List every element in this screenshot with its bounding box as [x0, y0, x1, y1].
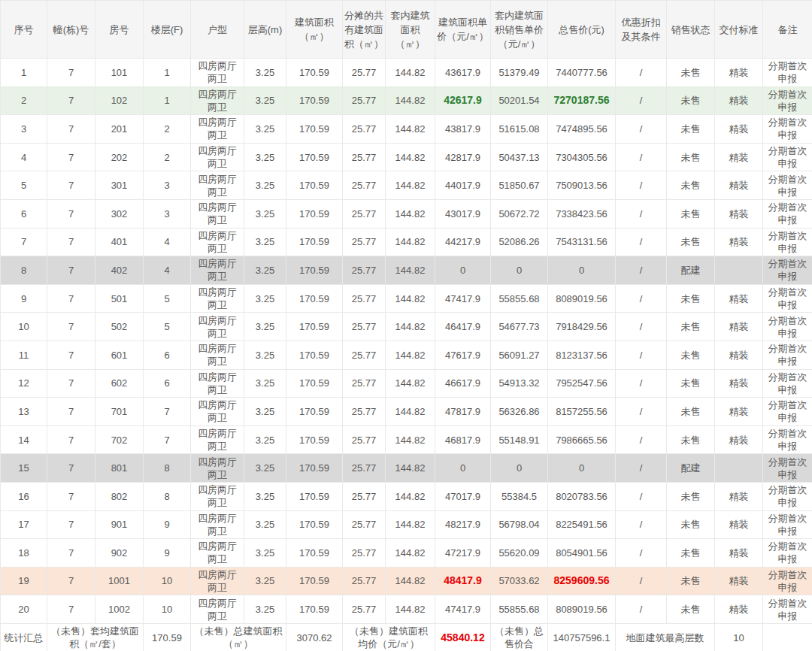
- cell-sale-status: 配建: [667, 454, 715, 483]
- cell-shared-area: 25.77: [343, 595, 386, 624]
- table-row[interactable]: 1879029四房两厅两卫3.25170.5925.77144.8247217.…: [1, 539, 812, 568]
- table-row[interactable]: 171011四房两厅两卫3.25170.5925.77144.8243617.9…: [1, 59, 812, 87]
- col-header-room: 房号: [95, 1, 144, 59]
- cell-story-height: 3.25: [244, 284, 286, 313]
- cell-delivery: 精装: [715, 482, 763, 510]
- cell-gross-area: 170.59: [286, 143, 343, 171]
- cell-unit-price: 46617.9: [435, 369, 491, 398]
- cell-room: 501: [95, 284, 144, 313]
- cell-unit-type: 四房两厅两卫: [191, 313, 244, 341]
- cell-total-price: 7918429.56: [548, 313, 616, 341]
- cell-story-height: 3.25: [244, 567, 286, 595]
- cell-delivery: 精装: [715, 595, 763, 624]
- summary-cell: （未售）套均建筑面积（㎡/套）: [47, 623, 144, 651]
- cell-seq: 13: [1, 398, 47, 426]
- table-row[interactable]: 1779019四房两厅两卫3.25170.5925.77144.8248217.…: [1, 510, 812, 539]
- cell-inner-price: 55855.68: [491, 284, 548, 313]
- cell-unit-type: 四房两厅两卫: [191, 115, 244, 144]
- cell-floor: 1: [144, 59, 191, 87]
- cell-room: 802: [95, 482, 144, 510]
- cell-discount: /: [616, 539, 667, 568]
- cell-discount: /: [616, 256, 667, 285]
- col-header-remark: 备注: [763, 1, 812, 59]
- cell-gross-area: 170.59: [286, 199, 343, 228]
- summary-cell: 10: [715, 623, 763, 651]
- cell-gross-area: 170.59: [286, 398, 343, 426]
- cell-sale-status: 未售: [667, 341, 715, 369]
- cell-unit-price: 47817.9: [435, 398, 491, 426]
- cell-room: 201: [95, 115, 144, 144]
- cell-seq: 5: [1, 171, 47, 200]
- cell-floor: 10: [144, 595, 191, 624]
- cell-floor: 9: [144, 510, 191, 539]
- cell-inner-price: 55620.09: [491, 539, 548, 568]
- cell-room: 702: [95, 425, 144, 454]
- cell-unit-price: 46417.9: [435, 313, 491, 341]
- table-row[interactable]: 197100110四房两厅两卫3.25170.5925.77144.824841…: [1, 567, 812, 595]
- cell-inner-area: 144.82: [386, 595, 435, 624]
- cell-discount: /: [616, 425, 667, 454]
- table-row[interactable]: 1075025四房两厅两卫3.25170.5925.77144.8246417.…: [1, 313, 812, 341]
- cell-room: 102: [95, 86, 144, 115]
- cell-discount: /: [616, 567, 667, 595]
- cell-remark: 分期首次申报: [763, 398, 812, 426]
- table-row[interactable]: 207100210四房两厅两卫3.25170.5925.77144.824741…: [1, 595, 812, 624]
- cell-room: 901: [95, 510, 144, 539]
- cell-room: 601: [95, 341, 144, 369]
- cell-gross-area: 170.59: [286, 341, 343, 369]
- cell-shared-area: 25.77: [343, 256, 386, 285]
- cell-floor: 5: [144, 313, 191, 341]
- table-row[interactable]: 1377017四房两厅两卫3.25170.5925.77144.8247817.…: [1, 398, 812, 426]
- header-row: 序号幢(栋)号房号楼层(F)户型层高(m)建筑面积（㎡）分摊的共有建筑面积（㎡）…: [1, 1, 812, 59]
- cell-shared-area: 25.77: [343, 59, 386, 87]
- cell-unit-price: 44017.9: [435, 171, 491, 200]
- cell-shared-area: 25.77: [343, 115, 386, 144]
- table-row[interactable]: 472022四房两厅两卫3.25170.5925.77144.8242817.9…: [1, 143, 812, 171]
- table-row[interactable]: 1176016四房两厅两卫3.25170.5925.77144.8247617.…: [1, 341, 812, 369]
- cell-seq: 19: [1, 567, 47, 595]
- cell-gross-area: 170.59: [286, 539, 343, 568]
- table-row[interactable]: 1678028四房两厅两卫3.25170.5925.77144.8247017.…: [1, 482, 812, 510]
- cell-inner-price: 52086.26: [491, 228, 548, 256]
- cell-shared-area: 25.77: [343, 86, 386, 115]
- col-header-discount: 优惠折扣及其条件: [616, 1, 667, 59]
- cell-unit-price: 47417.9: [435, 595, 491, 624]
- table-row[interactable]: 673023四房两厅两卫3.25170.5925.77144.8243017.9…: [1, 199, 812, 228]
- cell-shared-area: 25.77: [343, 510, 386, 539]
- cell-floor: 5: [144, 284, 191, 313]
- cell-unit-price: 44217.9: [435, 228, 491, 256]
- cell-unit-type: 四房两厅两卫: [191, 539, 244, 568]
- cell-gross-area: 170.59: [286, 482, 343, 510]
- cell-inner-area: 144.82: [386, 510, 435, 539]
- table-row[interactable]: 372012四房两厅两卫3.25170.5925.77144.8243817.9…: [1, 115, 812, 144]
- cell-remark: 分期首次申报: [763, 567, 812, 595]
- cell-inner-area: 144.82: [386, 228, 435, 256]
- table-row[interactable]: 874024四房两厅两卫3.25170.5925.77144.82000/配建分…: [1, 256, 812, 285]
- table-row[interactable]: 573013四房两厅两卫3.25170.5925.77144.8244017.9…: [1, 171, 812, 200]
- cell-unit-price: 47417.9: [435, 284, 491, 313]
- cell-room: 502: [95, 313, 144, 341]
- cell-inner-price: 56798.04: [491, 510, 548, 539]
- table-row[interactable]: 1477027四房两厅两卫3.25170.5925.77144.8246817.…: [1, 425, 812, 454]
- cell-gross-area: 170.59: [286, 425, 343, 454]
- unit-pricing-page: 序号幢(栋)号房号楼层(F)户型层高(m)建筑面积（㎡）分摊的共有建筑面积（㎡）…: [0, 0, 812, 651]
- table-row[interactable]: 271021四房两厅两卫3.25170.5925.77144.8242617.9…: [1, 86, 812, 115]
- table-row[interactable]: 1276026四房两厅两卫3.25170.5925.77144.8246617.…: [1, 369, 812, 398]
- cell-shared-area: 25.77: [343, 284, 386, 313]
- cell-seq: 3: [1, 115, 47, 144]
- cell-inner-price: 57033.62: [491, 567, 548, 595]
- cell-seq: 17: [1, 510, 47, 539]
- table-row[interactable]: 1578018四房两厅两卫3.25170.5925.77144.82000/配建…: [1, 454, 812, 483]
- cell-delivery: 精装: [715, 199, 763, 228]
- cell-gross-area: 170.59: [286, 256, 343, 285]
- cell-story-height: 3.25: [244, 59, 286, 87]
- table-row[interactable]: 774014四房两厅两卫3.25170.5925.77144.8244217.9…: [1, 228, 812, 256]
- cell-discount: /: [616, 228, 667, 256]
- cell-delivery: 精装: [715, 59, 763, 87]
- cell-discount: /: [616, 454, 667, 483]
- cell-total-price: 8020783.56: [548, 482, 616, 510]
- table-row[interactable]: 975015四房两厅两卫3.25170.5925.77144.8247417.9…: [1, 284, 812, 313]
- cell-story-height: 3.25: [244, 86, 286, 115]
- cell-building: 7: [47, 199, 95, 228]
- cell-seq: 8: [1, 256, 47, 285]
